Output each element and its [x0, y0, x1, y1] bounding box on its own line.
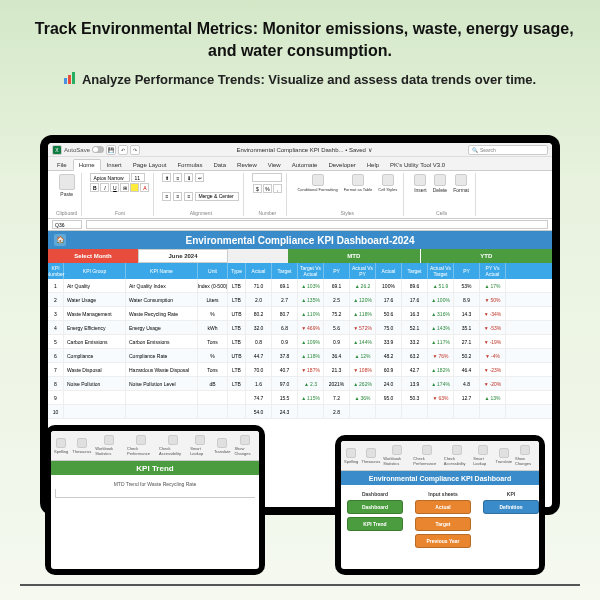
merge-button[interactable]: Merge & Center — [195, 192, 239, 201]
review-workbook-statistics-button[interactable]: Workbook Statistics — [382, 444, 411, 467]
tablet1-ribbon: SpellingThesaurusWorkbook StatisticsChec… — [51, 431, 259, 461]
conditional-formatting-button[interactable]: Conditional Formatting — [295, 173, 339, 193]
table-row[interactable]: 974.715.5▲115%7.2▲36%95.050.3▼63%12.7▲13… — [48, 391, 552, 405]
review-smart-lookup-button[interactable]: Smart Lookup — [472, 444, 493, 467]
search-input[interactable]: 🔍Search — [468, 145, 548, 155]
table-icon — [352, 174, 364, 186]
tab-review[interactable]: Review — [232, 160, 262, 170]
col-input-label: Input sheets — [428, 491, 457, 497]
tablet2-title: Environmental Compliance KPI Dashboard — [341, 471, 539, 485]
font-size-select[interactable]: 11 — [131, 173, 145, 182]
tab-formulas[interactable]: Formulas — [172, 160, 207, 170]
comma-button[interactable]: , — [273, 184, 282, 193]
review-spelling-button[interactable]: Spelling — [343, 447, 359, 465]
review-show-changes-button[interactable]: Show Changes — [514, 444, 537, 467]
align-bot-button[interactable]: ⬇ — [184, 173, 193, 182]
document-title[interactable]: Environmental Compliance KPI Dashb... • … — [236, 146, 371, 153]
review-check-performance-button[interactable]: Check Performance — [412, 444, 441, 467]
tab-insert[interactable]: Insert — [102, 160, 127, 170]
undo-icon[interactable]: ↶ — [118, 145, 128, 155]
border-button[interactable]: ⊞ — [120, 183, 129, 192]
cell-styles-button[interactable]: Cell Styles — [376, 173, 399, 193]
align-right-button[interactable]: ≡ — [184, 192, 193, 201]
paste-button[interactable]: Paste — [56, 173, 77, 198]
insert-cells-button[interactable]: Insert — [412, 173, 429, 194]
review-translate-button[interactable]: Translate — [213, 437, 232, 455]
tab-automate[interactable]: Automate — [287, 160, 323, 170]
italic-button[interactable]: I — [100, 183, 109, 192]
align-mid-button[interactable]: ≡ — [173, 173, 182, 182]
review-thesaurus-button[interactable]: Thesaurus — [360, 447, 381, 465]
nav-kpi-trend-button[interactable]: KPI Trend — [347, 517, 403, 531]
review-show-changes-button[interactable]: Show Changes — [233, 434, 257, 457]
align-left-button[interactable]: ≡ — [162, 192, 171, 201]
bar-chart-icon — [64, 71, 75, 89]
tab-view[interactable]: View — [263, 160, 286, 170]
table-row[interactable]: 1Air QualityAir Quality IndexIndex (0-50… — [48, 279, 552, 293]
nav-dashboard-button[interactable]: Dashboard — [347, 500, 403, 514]
review-check-accessibility-button[interactable]: Check Accessibility — [158, 434, 187, 457]
home-icon[interactable]: 🏠 — [54, 234, 66, 246]
header-target: Target — [272, 263, 298, 279]
currency-button[interactable]: $ — [253, 184, 262, 193]
number-format-select[interactable] — [252, 173, 282, 182]
align-center-button[interactable]: ≡ — [173, 192, 182, 201]
autosave-toggle[interactable] — [92, 146, 104, 153]
review-check-performance-button[interactable]: Check Performance — [126, 434, 156, 457]
nav-target-button[interactable]: Target — [415, 517, 471, 531]
header-type: Type — [228, 263, 246, 279]
kpi-trend-title: KPI Trend — [51, 461, 259, 475]
marketing-subhead: Analyze Performance Trends: Visualize an… — [24, 71, 576, 90]
table-row[interactable]: 5Carbon EmissionsCarbon EmissionsTonsLTB… — [48, 335, 552, 349]
bold-button[interactable]: B — [90, 183, 99, 192]
nav-prev-year-button[interactable]: Previous Year — [415, 534, 471, 548]
redo-icon[interactable]: ↷ — [130, 145, 140, 155]
delete-cells-button[interactable]: Delete — [431, 173, 449, 194]
tablet-kpi-trend: SpellingThesaurusWorkbook StatisticsChec… — [45, 425, 265, 575]
name-box[interactable]: Q36 — [52, 220, 82, 229]
table-row[interactable]: 1054.024.32.8 — [48, 405, 552, 419]
underline-button[interactable]: U — [110, 183, 119, 192]
tab-home[interactable]: Home — [73, 159, 101, 171]
tab-help[interactable]: Help — [362, 160, 384, 170]
tab-pk-s-utility-tool-v3-0[interactable]: PK's Utility Tool V3.0 — [385, 160, 450, 170]
format-table-button[interactable]: Format as Table — [342, 173, 375, 193]
table-row[interactable]: 6ComplianceCompliance Rate%UTB44.737.8▲1… — [48, 349, 552, 363]
review-spelling-button[interactable]: Spelling — [53, 437, 69, 455]
formula-bar[interactable] — [86, 220, 548, 229]
fill-color-button[interactable] — [130, 183, 139, 192]
format-cells-button[interactable]: Format — [451, 173, 471, 194]
header-py: PY — [454, 263, 480, 279]
table-row[interactable]: 8Noise PollutionNoise Pollution LeveldBL… — [48, 377, 552, 391]
tab-data[interactable]: Data — [208, 160, 231, 170]
font-color-button[interactable]: A — [140, 183, 149, 192]
tab-file[interactable]: File — [52, 160, 72, 170]
nav-actual-button[interactable]: Actual — [415, 500, 471, 514]
tab-developer[interactable]: Developer — [323, 160, 360, 170]
insert-icon — [414, 174, 426, 186]
table-row[interactable]: 7Waste DisposalHazardous Waste DisposalT… — [48, 363, 552, 377]
cond-format-icon — [312, 174, 324, 186]
review-translate-button[interactable]: Translate — [494, 447, 513, 465]
ytd-header: YTD — [420, 249, 553, 263]
header-actual: Actual — [246, 263, 272, 279]
table-row[interactable]: 2Water UsageWater ConsumptionLitersLTB2.… — [48, 293, 552, 307]
align-top-button[interactable]: ⬆ — [162, 173, 171, 182]
font-name-select[interactable]: Aptos Narrow — [90, 173, 130, 182]
review-workbook-statistics-button[interactable]: Workbook Statistics — [94, 434, 124, 457]
table-row[interactable]: 4Energy EfficiencyEnergy UsagekWhLTB32.0… — [48, 321, 552, 335]
col-kpi-label: KPI — [507, 491, 515, 497]
excel-app-icon[interactable]: X — [52, 145, 62, 155]
header-target-vs-actual: Target Vs Actual — [298, 263, 324, 279]
mtd-header: MTD — [288, 249, 420, 263]
save-icon[interactable]: 💾 — [106, 145, 116, 155]
percent-button[interactable]: % — [263, 184, 272, 193]
month-selector[interactable]: June 2024 — [138, 249, 228, 263]
review-smart-lookup-button[interactable]: Smart Lookup — [189, 434, 211, 457]
review-thesaurus-button[interactable]: Thesaurus — [71, 437, 92, 455]
wrap-text-button[interactable]: ↵ — [195, 173, 204, 182]
tab-page-layout[interactable]: Page Layout — [128, 160, 172, 170]
nav-definition-button[interactable]: Definition — [483, 500, 539, 514]
table-row[interactable]: 3Waste ManagementWaste Recycling Rate%UT… — [48, 307, 552, 321]
review-check-accessibility-button[interactable]: Check Accessibility — [443, 444, 471, 467]
